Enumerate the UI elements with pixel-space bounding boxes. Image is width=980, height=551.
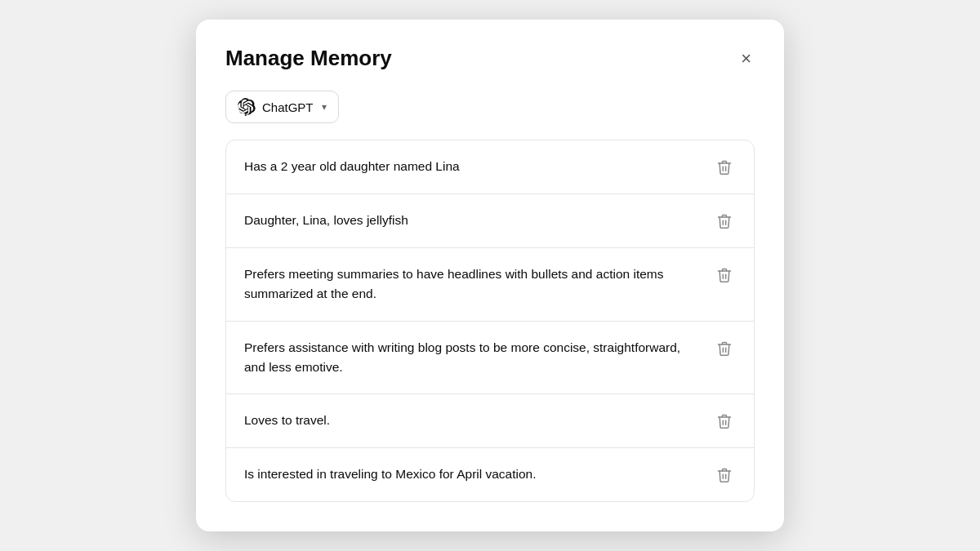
- memory-item-text: Prefers meeting summaries to have headli…: [244, 264, 700, 304]
- delete-memory-button[interactable]: [713, 158, 736, 177]
- trash-icon: [716, 213, 733, 229]
- chevron-down-icon: ▾: [322, 101, 327, 113]
- modal-header: Manage Memory ×: [225, 46, 755, 71]
- modal-title: Manage Memory: [225, 46, 392, 71]
- memory-item-text: Loves to travel.: [244, 411, 700, 430]
- memory-item: Is interested in traveling to Mexico for…: [226, 448, 754, 501]
- trash-icon: [716, 267, 733, 283]
- trash-icon: [716, 413, 733, 429]
- delete-memory-button[interactable]: [713, 465, 736, 485]
- trash-icon: [716, 467, 733, 483]
- memory-list-scroll[interactable]: Has a 2 year old daughter named Lina Dau…: [226, 140, 754, 500]
- memory-list: Has a 2 year old daughter named Lina Dau…: [225, 140, 755, 501]
- delete-memory-button[interactable]: [713, 211, 736, 231]
- delete-memory-button[interactable]: [713, 265, 736, 285]
- memory-item-text: Has a 2 year old daughter named Lina: [244, 157, 700, 176]
- delete-memory-button[interactable]: [713, 339, 736, 358]
- delete-memory-button[interactable]: [713, 411, 736, 431]
- memory-item-text: Prefers assistance with writing blog pos…: [244, 338, 700, 377]
- memory-item: Has a 2 year old daughter named Lina: [226, 140, 754, 194]
- trash-icon: [716, 159, 733, 176]
- memory-item: Loves to travel.: [226, 394, 754, 448]
- memory-item-text: Daughter, Lina, loves jellyfish: [244, 211, 700, 230]
- source-selector-label: ChatGPT: [262, 100, 314, 114]
- memory-item: Prefers assistance with writing blog pos…: [226, 322, 754, 394]
- manage-memory-modal: Manage Memory × ChatGPT ▾ Has a 2 year o…: [196, 20, 784, 531]
- memory-item: Prefers meeting summaries to have headli…: [226, 248, 754, 321]
- memory-item: Daughter, Lina, loves jellyfish: [226, 194, 754, 248]
- source-selector-button[interactable]: ChatGPT ▾: [225, 91, 339, 123]
- close-button[interactable]: ×: [737, 47, 755, 71]
- trash-icon: [716, 340, 733, 357]
- memory-item-text: Is interested in traveling to Mexico for…: [244, 464, 700, 484]
- chatgpt-icon: [238, 98, 256, 116]
